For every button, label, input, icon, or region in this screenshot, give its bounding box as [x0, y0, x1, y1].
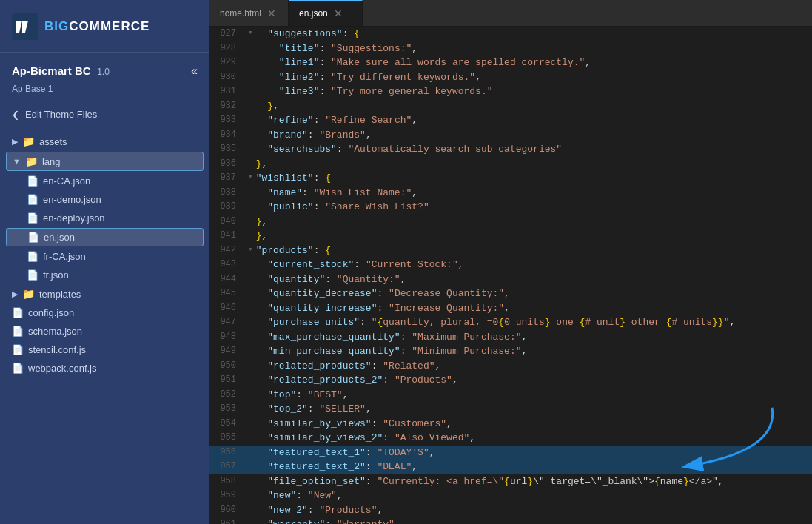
- sidebar-item-en-deploy-json[interactable]: 📄 en-deploy.json: [0, 209, 209, 227]
- sidebar-item-fr-json[interactable]: 📄 fr.json: [0, 266, 209, 284]
- line-code[interactable]: "max_purchase_quantity": "Maximum Purcha…: [256, 330, 812, 345]
- collapse-button[interactable]: «: [191, 64, 198, 78]
- line-number: 949: [209, 344, 245, 359]
- bigcommerce-logo-icon: [12, 13, 38, 40]
- sidebar-item-label: en.json: [44, 232, 75, 243]
- line-code[interactable]: "products": {: [256, 243, 812, 258]
- line-code[interactable]: "new": "New",: [256, 488, 812, 503]
- line-code[interactable]: "similar_by_views_2": "Also Viewed",: [256, 431, 812, 446]
- line-code[interactable]: "warranty": "Warranty",: [256, 517, 812, 524]
- line-caret: [245, 84, 256, 99]
- line-code[interactable]: },: [256, 99, 812, 114]
- line-code[interactable]: "quantity_decrease": "Decrease Quantity:…: [256, 286, 812, 301]
- line-code[interactable]: "similar_by_views": "Customers",: [256, 417, 812, 431]
- file-icon: 📄: [27, 194, 38, 205]
- sidebar-item-en-demo-json[interactable]: 📄 en-demo.json: [0, 190, 209, 209]
- line-code[interactable]: "public": "Share Wish List?": [256, 200, 812, 215]
- file-icon: 📄: [27, 175, 38, 187]
- line-number: 957: [209, 460, 245, 474]
- sidebar-item-assets[interactable]: ▶ 📁 assets: [0, 132, 209, 151]
- line-code[interactable]: "line1": "Make sure all words are spelle…: [256, 56, 812, 70]
- line-caret: [245, 460, 256, 474]
- line-code[interactable]: "line3": "Try more general keywords.": [256, 84, 812, 99]
- line-code[interactable]: "top_2": "SELLER",: [256, 402, 812, 417]
- file-icon: 📄: [27, 232, 39, 243]
- line-code[interactable]: "related_products_2": "Products",: [256, 373, 812, 388]
- line-code[interactable]: "line2": "Try different keywords.",: [256, 70, 812, 85]
- sidebar-item-en-json[interactable]: 📄 en.json: [6, 228, 204, 246]
- caret-icon: ▶: [12, 137, 18, 147]
- line-code[interactable]: "purchase_units": "{quantity, plural, =0…: [256, 315, 812, 330]
- sidebar-item-config-json[interactable]: 📄 config.json: [0, 303, 209, 322]
- line-caret: [245, 99, 256, 114]
- table-row: 931 "line3": "Try more general keywords.…: [209, 84, 812, 99]
- line-caret: [245, 142, 256, 157]
- line-caret: [245, 388, 256, 403]
- line-number: 927: [209, 27, 245, 41]
- line-number: 945: [209, 286, 245, 301]
- sidebar-item-label: en-CA.json: [43, 175, 90, 187]
- line-code[interactable]: "suggestions": {: [256, 27, 812, 41]
- line-caret: [245, 258, 256, 272]
- sidebar-item-schema-json[interactable]: 📄 schema.json: [0, 322, 209, 340]
- table-row: 944 "quantity": "Quantity:",: [209, 272, 812, 287]
- line-caret: ▾: [245, 243, 256, 258]
- sidebar: BIGCOMMERCE Ap-Bicmart BC 1.0 « Ap Base …: [0, 0, 209, 524]
- table-row: 937▾"wishlist": {: [209, 171, 812, 186]
- line-number: 954: [209, 417, 245, 431]
- line-code[interactable]: "quantity_increase": "Increase Quantity:…: [256, 301, 812, 316]
- sidebar-item-en-ca-json[interactable]: 📄 en-CA.json: [0, 172, 209, 190]
- line-caret: [245, 417, 256, 431]
- line-code[interactable]: },: [256, 215, 812, 229]
- line-code[interactable]: "current_stock": "Current Stock:",: [256, 258, 812, 272]
- sidebar-item-templates[interactable]: ▶ 📁 templates: [0, 284, 209, 303]
- line-number: 937: [209, 171, 245, 186]
- line-code[interactable]: "new_2": "Products",: [256, 503, 812, 518]
- line-number: 955: [209, 431, 245, 446]
- line-code[interactable]: },: [256, 229, 812, 243]
- line-code[interactable]: "file_option_set": "Currently: <a href=\…: [256, 474, 812, 489]
- line-code[interactable]: "related_products": "Related",: [256, 359, 812, 374]
- line-number: 940: [209, 215, 245, 229]
- editor-content[interactable]: 927▾ "suggestions": {928 "title": "Sugge…: [209, 27, 812, 524]
- line-code[interactable]: "min_purchase_quantity": "Minimum Purcha…: [256, 344, 812, 359]
- line-caret: [245, 431, 256, 446]
- sidebar-item-fr-ca-json[interactable]: 📄 fr-CA.json: [0, 247, 209, 266]
- theme-name-block: Ap-Bicmart BC 1.0: [12, 64, 110, 78]
- edit-theme-files-section[interactable]: ❮ Edit Theme Files: [0, 103, 209, 126]
- line-code[interactable]: "wishlist": {: [256, 171, 812, 186]
- code-table: 927▾ "suggestions": {928 "title": "Sugge…: [209, 27, 812, 524]
- line-code[interactable]: "quantity": "Quantity:",: [256, 272, 812, 287]
- line-number: 932: [209, 99, 245, 114]
- line-code[interactable]: "brand": "Brands",: [256, 128, 812, 143]
- line-code[interactable]: "featured_text_1": "TODAY'S",: [256, 446, 812, 460]
- line-number: 934: [209, 128, 245, 143]
- tab-home-html[interactable]: home.html ✕: [209, 0, 289, 26]
- line-code[interactable]: "top": "BEST",: [256, 388, 812, 403]
- sidebar-item-label: lang: [42, 156, 61, 167]
- tab-close-icon[interactable]: ✕: [332, 7, 344, 19]
- theme-version: 1.0: [97, 67, 110, 77]
- line-code[interactable]: "title": "Suggestions:",: [256, 41, 812, 56]
- line-code[interactable]: "featured_text_2": "DEAL",: [256, 460, 812, 474]
- line-code[interactable]: "name": "Wish List Name:",: [256, 186, 812, 201]
- sidebar-item-label: config.json: [28, 307, 74, 318]
- line-code[interactable]: },: [256, 157, 812, 172]
- tab-close-icon[interactable]: ✕: [266, 7, 278, 19]
- table-row: 939 "public": "Share Wish List?": [209, 200, 812, 215]
- sidebar-item-lang[interactable]: ▼ 📁 lang: [6, 152, 204, 171]
- file-icon: 📄: [12, 344, 24, 355]
- file-icon: 📄: [12, 326, 24, 337]
- line-number: 936: [209, 157, 245, 172]
- table-row: 956 "featured_text_1": "TODAY'S",: [209, 446, 812, 460]
- line-caret: [245, 503, 256, 518]
- chevron-left-icon: ❮: [12, 110, 19, 120]
- sidebar-item-stencil-conf[interactable]: 📄 stencil.conf.js: [0, 340, 209, 359]
- line-number: 943: [209, 258, 245, 272]
- tab-en-json[interactable]: en.json ✕: [289, 0, 363, 26]
- line-code[interactable]: "refine": "Refine Search",: [256, 113, 812, 128]
- sidebar-item-webpack-conf[interactable]: 📄 webpack.conf.js: [0, 359, 209, 377]
- tab-label: home.html: [220, 8, 261, 19]
- line-number: 951: [209, 373, 245, 388]
- line-code[interactable]: "searchsubs": "Automatically search sub …: [256, 142, 812, 157]
